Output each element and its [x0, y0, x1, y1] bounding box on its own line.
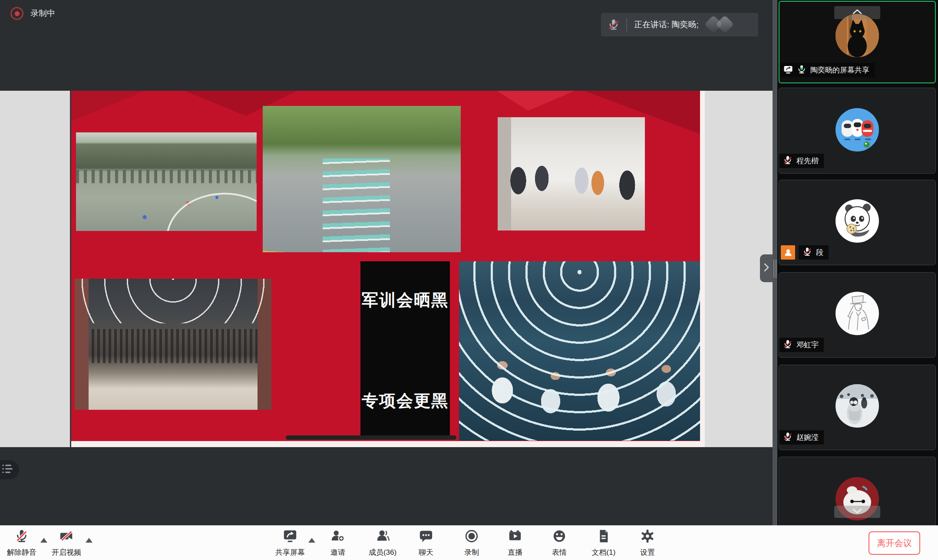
participant-name: 赵婉滢	[796, 432, 819, 442]
decor-triangle	[71, 91, 145, 121]
mic-muted-icon	[14, 529, 29, 545]
participant-name-bar: 陶奕旸的屏幕共享	[779, 63, 875, 77]
recording-indicator: 录制中	[10, 7, 55, 20]
live-stream-label: 直播	[508, 547, 522, 557]
recording-label: 录制中	[30, 8, 55, 19]
video-options-arrow[interactable]	[86, 538, 92, 543]
meme-caption-bottom: 专项会更黑	[360, 390, 450, 412]
collapse-tiles-button[interactable]	[834, 6, 880, 19]
settings-button[interactable]: 设置	[624, 529, 671, 557]
mic-muted-icon	[783, 432, 793, 443]
person-add-icon	[330, 529, 345, 545]
photo-monkey-meme	[275, 261, 360, 436]
meme-caption-top: 军训会晒黑	[360, 289, 450, 311]
person-icon	[375, 529, 390, 545]
divider	[626, 18, 627, 31]
camera-muted-icon	[59, 529, 74, 545]
unmute-button[interactable]: 解除静音	[0, 529, 46, 557]
participants-sidebar: 陶奕旸的屏幕共享	[777, 0, 938, 525]
start-video-button[interactable]: 开启视频	[43, 529, 90, 557]
smiley-icon	[552, 529, 567, 545]
presentation-slide: 军训会晒黑 专项会更黑	[70, 91, 705, 447]
meme-text-panel: 军训会晒黑 专项会更黑	[360, 261, 450, 436]
mic-muted-icon	[601, 19, 626, 31]
embedded-video-progress-bar	[286, 435, 456, 440]
avatar-cartoon-trains	[836, 108, 879, 152]
participant-tile[interactable]	[779, 457, 936, 525]
record-button[interactable]: 录制	[448, 529, 495, 557]
leave-meeting-button[interactable]: 离开会议	[869, 531, 920, 555]
docs-button[interactable]: 文档(1)	[580, 529, 628, 557]
decor-triangle	[497, 91, 575, 111]
live-tv-icon	[508, 529, 522, 545]
meeting-toolbar: 解除静音 开启视频 共享屏幕	[0, 525, 938, 560]
participant-tile[interactable]: 邓虹宇	[779, 272, 936, 358]
meeting-app-logo-watermark	[704, 17, 741, 33]
screen-share-icon	[783, 65, 793, 76]
chevron-right-icon	[763, 263, 770, 274]
record-label: 录制	[464, 547, 479, 557]
chevron-up-icon	[852, 9, 862, 16]
chat-label: 聊天	[419, 547, 433, 557]
shared-screen-area: 军训会晒黑 专项会更黑	[0, 91, 773, 447]
participant-name: 程先楷	[796, 156, 819, 166]
avatar-sketch-tophat-boy	[836, 292, 879, 335]
emoji-label: 表情	[552, 547, 567, 557]
active-speaker-text: 正在讲话: 陶奕旸;	[634, 19, 699, 30]
participant-name-bar: 段	[799, 245, 829, 260]
drag-grip-icon	[773, 260, 776, 278]
share-screen-button[interactable]: 共享屏幕	[266, 529, 314, 557]
panel-resize-divider[interactable]	[773, 0, 777, 525]
photo-students-walking	[263, 106, 461, 252]
participant-name: 陶奕旸的屏幕共享	[810, 65, 869, 75]
unmute-label: 解除静音	[7, 547, 36, 557]
gear-icon	[640, 529, 655, 545]
photo-bus-selfie	[459, 261, 700, 441]
slide-red-background: 军训会晒黑 专项会更黑	[71, 91, 700, 441]
avatar-cartoon-panda	[836, 199, 879, 243]
chat-button[interactable]: 聊天	[402, 529, 450, 557]
chevron-down-icon	[852, 508, 862, 516]
participant-name-bar: 邓虹宇	[779, 338, 824, 352]
chat-bubble-icon	[419, 529, 433, 545]
avatar-black-cat	[836, 14, 879, 57]
record-circle-icon	[464, 529, 479, 545]
avatar-penguin-chick	[836, 384, 879, 428]
participant-name: 邓虹宇	[796, 340, 819, 350]
mic-muted-icon	[783, 155, 793, 167]
meeting-info-pill[interactable]	[0, 460, 19, 479]
mic-muted-icon	[783, 339, 793, 351]
docs-label: 文档(1)	[592, 547, 616, 557]
members-button[interactable]: 成员(36)	[359, 529, 406, 557]
start-video-label: 开启视频	[52, 547, 81, 557]
list-icon	[2, 463, 15, 476]
participant-tile[interactable]: 程先楷	[779, 88, 936, 174]
document-icon	[596, 529, 611, 545]
members-label: 成员(36)	[369, 547, 396, 557]
participant-name-bar: 程先楷	[779, 154, 824, 168]
screen-share-icon	[282, 529, 298, 545]
photo-auditorium	[75, 279, 271, 410]
scroll-participants-button[interactable]	[834, 506, 880, 518]
participant-name: 段	[816, 247, 823, 257]
settings-label: 设置	[640, 547, 655, 557]
share-screen-label: 共享屏幕	[275, 547, 305, 557]
invite-label: 邀请	[330, 547, 345, 557]
photo-registration-desk	[498, 117, 645, 231]
participant-name-bar: 赵婉滢	[779, 430, 824, 445]
participant-tile-sharer[interactable]: 陶奕旸的屏幕共享	[779, 1, 936, 83]
sidebar-collapse-handle[interactable]	[760, 254, 773, 282]
emoji-button[interactable]: 表情	[535, 529, 583, 557]
member-badge-icon	[781, 245, 795, 260]
mic-active-icon	[797, 65, 806, 76]
mic-muted-icon	[803, 247, 812, 258]
photo-basketball-court	[76, 132, 257, 231]
invite-button[interactable]: 邀请	[314, 529, 362, 557]
participant-tile[interactable]: 段	[779, 180, 936, 265]
active-speaker-banner: 正在讲话: 陶奕旸;	[601, 13, 758, 36]
recording-dot-icon	[10, 7, 23, 20]
live-stream-button[interactable]: 直播	[491, 529, 539, 557]
participant-tile[interactable]: 赵婉滢	[779, 365, 936, 450]
